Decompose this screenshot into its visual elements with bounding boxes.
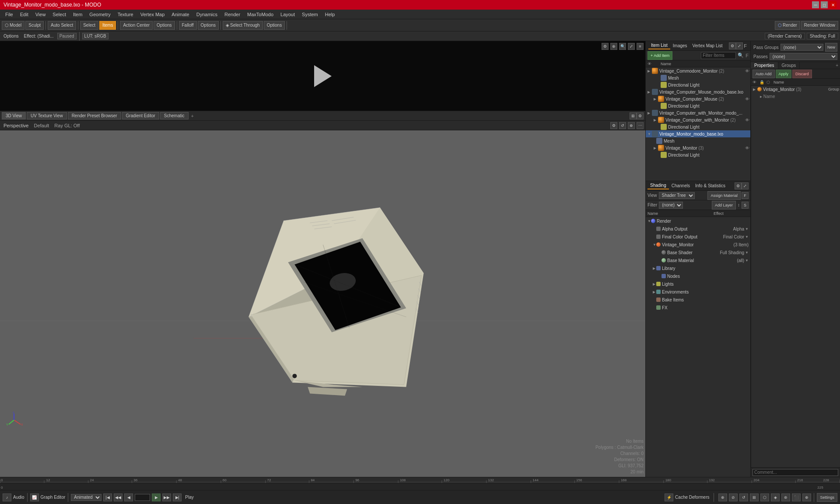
tab-item-list[interactable]: Item List (648, 42, 670, 49)
tab-uv-texture[interactable]: UV Texture View (27, 112, 67, 119)
filter-items-input[interactable] (701, 52, 736, 59)
preview-more-icon[interactable]: ≡ (637, 43, 644, 50)
audio-button[interactable]: ♪ (3, 494, 11, 501)
step-forward-button[interactable]: ▶ (152, 494, 161, 501)
minimize-button[interactable]: ─ (812, 1, 819, 8)
menu-select[interactable]: Select (49, 11, 70, 18)
shading-settings-icon[interactable]: ⚙ (735, 182, 742, 189)
menu-geometry[interactable]: Geometry (86, 11, 114, 18)
graph-editor-icon-btn[interactable]: 📈 (30, 494, 39, 501)
step-back1-button[interactable]: ◀ (124, 494, 133, 501)
menu-texture[interactable]: Texture (114, 11, 137, 18)
select-button[interactable]: Select (80, 21, 98, 30)
preview-search-icon[interactable]: 🔍 (619, 43, 626, 50)
step-forward2-button[interactable]: ▶▶ (162, 494, 171, 501)
tab-images[interactable]: Images (670, 42, 690, 49)
tab-3d-view[interactable]: 3D View (2, 112, 26, 119)
shader-alpha-output[interactable]: Alpha Output Alpha ▼ (646, 225, 750, 233)
shading-expand-icon[interactable]: ⤢ (742, 182, 749, 189)
menu-maxtomode[interactable]: MaxToModo (244, 11, 277, 18)
props-add-icon[interactable]: + (834, 62, 840, 69)
auto-select-button[interactable]: Auto Select (48, 21, 76, 30)
visibility-icon3[interactable]: 👁 (745, 118, 749, 122)
frame-input[interactable]: 0 (135, 494, 150, 501)
menu-render[interactable]: Render (221, 11, 244, 18)
filter-close-icon[interactable]: F (746, 53, 749, 58)
tree-item-light1[interactable]: Directional Light (646, 81, 750, 88)
tree-item-cwm-file[interactable]: ▶ Vintage_Computer_with_Monitor_modo_... (646, 109, 750, 116)
transport8-btn[interactable]: ⬛ (792, 494, 801, 501)
shader-lights[interactable]: ▶ Lights (646, 280, 750, 288)
discard-button[interactable]: Discard (792, 70, 812, 78)
preview-zoom-icon[interactable]: ⊕ (610, 43, 617, 50)
tree-item-mesh2[interactable]: Mesh (646, 137, 750, 144)
menu-system[interactable]: System (298, 11, 322, 18)
add-item-button[interactable]: + Add Item (648, 51, 672, 60)
tree-item-light3[interactable]: Directional Light (646, 123, 750, 130)
view3d-more-icon[interactable]: ⋯ (637, 122, 644, 129)
maximize-button[interactable]: □ (821, 1, 828, 8)
tree-item-monitor-group[interactable]: ▶ Vintage_Monitor (3) 👁 (646, 144, 750, 151)
graph-editor-label[interactable]: Graph Editor (41, 495, 66, 500)
render-window-button[interactable]: Render Window (801, 21, 838, 30)
view3d-reset-icon[interactable]: ↺ (619, 122, 626, 129)
tab-groups[interactable]: Groups (778, 62, 800, 69)
visibility-icon4[interactable]: 👁 (745, 146, 749, 150)
transport5-btn[interactable]: ⬡ (760, 494, 769, 501)
shader-base-shader[interactable]: Base Shader Full Shading ▼ (646, 248, 750, 256)
menu-item[interactable]: Item (70, 11, 86, 18)
tree-item-monitor-file[interactable]: ▼ Vintage_Monitor_modo_base.lxo (646, 130, 750, 137)
options2-button[interactable]: Options (198, 21, 219, 30)
preview-area[interactable]: ⚙ ⊕ 🔍 ⤢ ≡ (0, 41, 645, 111)
cache-deformers-button[interactable]: ⚡ (665, 494, 673, 501)
settings-button[interactable]: Settings (817, 493, 837, 502)
shader-fx[interactable]: FX (646, 304, 750, 312)
transport9-btn[interactable]: ⊕ (802, 494, 811, 501)
timeline-track[interactable]: 0 225 (0, 483, 840, 490)
shader-environments[interactable]: ▶ Environments (646, 288, 750, 296)
transport6-btn[interactable]: ◈ (771, 494, 780, 501)
items-button[interactable]: Items (99, 21, 116, 30)
tab-info[interactable]: Info & Statistics (693, 182, 728, 189)
transport1-btn[interactable]: ⊕ (718, 494, 727, 501)
shader-nodes[interactable]: Nodes (646, 272, 750, 280)
pass-groups-select[interactable]: (none) (780, 44, 823, 51)
transport3-btn[interactable]: ↺ (739, 494, 748, 501)
falloff-button[interactable]: Falloff (179, 21, 197, 30)
shader-filter-icon[interactable]: F (742, 192, 749, 199)
tab-properties[interactable]: Properties (751, 62, 778, 69)
assign-material-button[interactable]: Assign Material (707, 191, 741, 200)
step-back-button[interactable]: ◀◀ (114, 494, 122, 501)
visibility-icon2[interactable]: 👁 (745, 97, 749, 102)
options3-button[interactable]: Options (264, 21, 285, 30)
select-through-button[interactable]: ◈ Select Through (223, 21, 263, 30)
menu-edit[interactable]: Edit (17, 11, 32, 18)
pass-groups-new-btn[interactable]: New (825, 43, 837, 52)
shader-tree[interactable]: ▼ Render Alpha Output Alpha ▼ (646, 217, 750, 477)
viewport-layout-icon[interactable]: ⊞ (630, 112, 637, 119)
menu-view[interactable]: View (32, 11, 49, 18)
filter-select[interactable]: (none) (659, 202, 683, 209)
shader-base-material[interactable]: Base Material (all) ▼ (646, 256, 750, 264)
animated-select[interactable]: Animated (71, 494, 102, 501)
shader-tree-select[interactable]: Shader Tree (659, 192, 695, 199)
transport2-btn[interactable]: ⊘ (729, 494, 738, 501)
tab-schematic[interactable]: Schematic (160, 112, 189, 119)
next-key-button[interactable]: ▶| (173, 494, 182, 501)
tree-item-mouse-file[interactable]: ▶ Vintage_Computer_Mouse_modo_base.lxo (646, 88, 750, 95)
sculpt-mode-button[interactable]: Sculpt (25, 21, 44, 30)
shader-render[interactable]: ▼ Render (646, 217, 750, 225)
item-list-close-icon[interactable]: F (743, 43, 748, 49)
menu-layout[interactable]: Layout (277, 11, 298, 18)
tree-item-light4[interactable]: Directional Light (646, 151, 750, 158)
group-vintage-monitor[interactable]: ▶ Vintage_Monitor (3) Group (751, 86, 840, 93)
name-item[interactable]: ▸ Name (759, 93, 840, 100)
shader-library[interactable]: ▶ Library (646, 264, 750, 272)
tree-item-light2[interactable]: Directional Light (646, 102, 750, 109)
menu-help[interactable]: Help (322, 11, 339, 18)
close-button[interactable]: ✕ (830, 1, 836, 8)
tab-gradient-editor[interactable]: Gradient Editor (122, 112, 159, 119)
options1-button[interactable]: Options (154, 21, 175, 30)
menu-vertex-map[interactable]: Vertex Map (137, 11, 168, 18)
item-list-settings-icon[interactable]: ⚙ (729, 42, 736, 49)
